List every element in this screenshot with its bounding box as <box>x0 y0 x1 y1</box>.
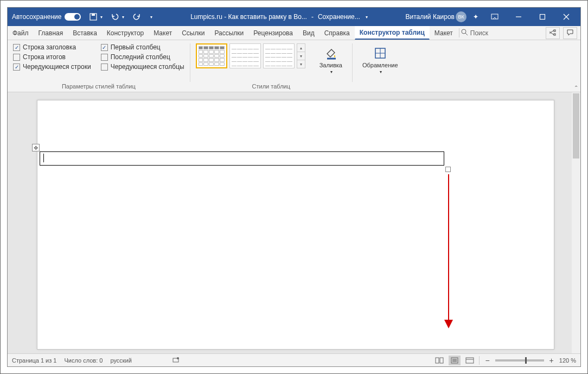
svg-point-17 <box>177 357 179 359</box>
table-move-handle[interactable]: ✥ <box>32 144 40 151</box>
group-table-style-options: ✓Строка заголовка Строка итогов ✓Чередую… <box>8 40 190 92</box>
tab-review[interactable]: Рецензирова <box>248 26 298 40</box>
group-label: Параметры стилей таблиц <box>13 83 184 91</box>
chevron-down-icon: ▾ <box>100 15 103 20</box>
minimize-button[interactable] <box>507 8 531 26</box>
view-read-mode[interactable] <box>433 356 445 365</box>
checkbox-banded-rows[interactable]: ✓Чередующиеся строки <box>13 63 91 71</box>
tab-insert[interactable]: Вставка <box>68 26 102 40</box>
save-button[interactable]: ▾ <box>86 8 105 26</box>
svg-rect-18 <box>436 358 439 363</box>
autosave-label: Автосохранение <box>12 13 61 21</box>
annotation-arrow <box>443 173 454 331</box>
svg-rect-1 <box>92 14 95 16</box>
ribbon-options-icon <box>490 12 500 22</box>
language-indicator[interactable]: русский <box>110 357 131 364</box>
chevron-down-icon[interactable]: ▾ <box>366 15 368 20</box>
svg-rect-4 <box>540 15 545 20</box>
ribbon-display-button[interactable] <box>483 8 507 26</box>
zoom-slider[interactable] <box>495 359 544 362</box>
autosave-toggle[interactable]: Автосохранение <box>10 8 83 26</box>
share-button[interactable] <box>546 27 560 39</box>
tab-view[interactable]: Вид <box>298 26 319 40</box>
tab-design[interactable]: Конструктор <box>102 26 149 40</box>
chevron-down-icon: ▾ <box>150 15 152 20</box>
ribbon: ✓Строка заголовка Строка итогов ✓Чередую… <box>8 40 580 92</box>
word-count[interactable]: Число слов: 0 <box>64 357 103 364</box>
page[interactable]: ✥ <box>37 100 554 350</box>
table-resize-handle[interactable] <box>445 167 451 172</box>
undo-icon <box>110 12 120 22</box>
text-cursor <box>43 154 44 162</box>
tab-help[interactable]: Справка <box>319 26 355 40</box>
scrollbar-thumb[interactable] <box>573 93 579 159</box>
app-window: Автосохранение ▾ ▾ ▾ Lumpics.ru - Как вс… <box>7 7 581 367</box>
checkbox-header-row[interactable]: ✓Строка заголовка <box>13 43 91 51</box>
maximize-button[interactable] <box>531 8 554 26</box>
tab-file[interactable]: Файл <box>8 26 34 40</box>
tab-table-layout[interactable]: Макет <box>430 26 458 40</box>
search-label: Поиск <box>470 29 488 37</box>
comments-button[interactable] <box>563 27 577 39</box>
table-style-thumb[interactable] <box>263 43 295 68</box>
checkbox-first-column[interactable]: ✓Первый столбец <box>101 43 184 51</box>
view-print-layout[interactable] <box>449 356 461 365</box>
coming-soon-button[interactable]: ✦ <box>469 8 483 26</box>
paint-bucket-icon <box>323 46 338 61</box>
table-cell[interactable] <box>40 151 444 166</box>
macro-record-icon[interactable] <box>172 356 180 365</box>
search-icon <box>461 28 468 37</box>
avatar: ВК <box>456 11 466 22</box>
ribbon-tabs: Файл Главная Вставка Конструктор Макет С… <box>8 26 580 40</box>
titlebar: Автосохранение ▾ ▾ ▾ Lumpics.ru - Как вс… <box>8 8 580 26</box>
save-icon <box>88 12 98 22</box>
toggle-switch-icon <box>65 13 81 21</box>
group-label: Стили таблиц <box>196 83 347 91</box>
group-table-styles: ▴▾▾ Заливка ▾ Стили таблиц <box>190 40 352 92</box>
qat-customize[interactable]: ▾ <box>147 8 155 26</box>
group-borders: Обрамление ▾ <box>353 40 408 92</box>
comment-icon <box>566 29 574 37</box>
tab-table-design[interactable]: Конструктор таблиц <box>355 26 430 40</box>
table-style-thumb[interactable] <box>229 43 261 68</box>
table-styles-gallery[interactable]: ▴▾▾ <box>196 43 305 68</box>
tab-mailings[interactable]: Рассылки <box>209 26 248 40</box>
chevron-down-icon: ▾ <box>380 69 382 74</box>
sparkle-icon: ✦ <box>471 12 481 22</box>
undo-button[interactable]: ▾ <box>108 8 126 26</box>
chevron-down-icon: ▾ <box>122 15 124 20</box>
page-indicator[interactable]: Страница 1 из 1 <box>12 357 56 364</box>
svg-rect-2 <box>491 14 498 19</box>
tab-layout[interactable]: Макет <box>149 26 177 40</box>
checkbox-last-column[interactable]: Последний столбец <box>101 53 184 61</box>
borders-button[interactable]: Обрамление ▾ <box>358 43 402 77</box>
checkbox-banded-columns[interactable]: Чередующиеся столбцы <box>101 63 184 71</box>
user-name: Виталий Каиров <box>405 13 455 21</box>
statusbar: Страница 1 из 1 Число слов: 0 русский − … <box>8 353 580 366</box>
user-account[interactable]: Виталий Каиров ВК <box>403 8 469 26</box>
svg-rect-19 <box>440 358 443 363</box>
zoom-in-button[interactable]: + <box>547 356 556 365</box>
window-frame: Автосохранение ▾ ▾ ▾ Lumpics.ru - Как вс… <box>0 0 588 374</box>
svg-line-8 <box>465 33 468 35</box>
zoom-level[interactable]: 120 % <box>559 357 576 364</box>
shading-button[interactable]: Заливка ▾ <box>315 43 347 77</box>
document-title: Lumpics.ru - Как вставить рамку в Во... <box>190 13 307 21</box>
redo-button[interactable] <box>130 8 144 26</box>
svg-rect-24 <box>466 358 474 363</box>
checkbox-total-row[interactable]: Строка итогов <box>13 53 91 61</box>
close-button[interactable] <box>554 8 578 26</box>
gallery-more-button[interactable]: ▴▾▾ <box>297 43 305 68</box>
tab-references[interactable]: Ссылки <box>177 26 209 40</box>
view-web-layout[interactable] <box>464 356 476 365</box>
zoom-slider-handle[interactable] <box>525 357 527 364</box>
tab-home[interactable]: Главная <box>34 26 68 40</box>
zoom-out-button[interactable]: − <box>483 356 491 365</box>
svg-point-7 <box>462 29 466 34</box>
vertical-scrollbar[interactable] <box>572 92 580 353</box>
borders-icon <box>373 46 388 61</box>
search-box[interactable]: Поиск <box>461 26 488 40</box>
collapse-ribbon-button[interactable]: ⌃ <box>574 85 578 91</box>
svg-rect-10 <box>554 34 555 35</box>
table-style-thumb[interactable] <box>196 43 227 68</box>
